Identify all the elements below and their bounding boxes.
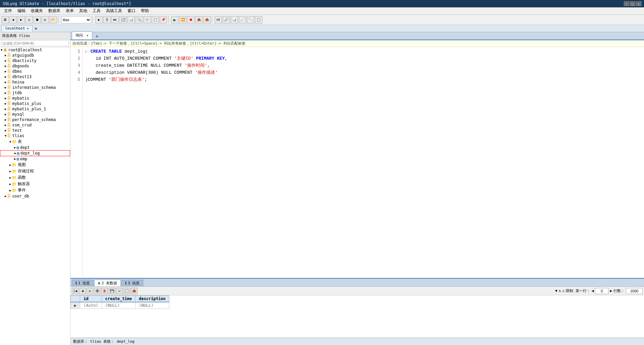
tree-item-dbgoods[interactable]: ▶ 🗄 dbgoods xyxy=(0,63,70,69)
tree-item-dbactivity[interactable]: ▶ 🗄 dbactivity xyxy=(0,58,70,63)
table-cell-create-time[interactable]: (NULL) xyxy=(102,302,135,309)
minimize-button[interactable]: ─ xyxy=(624,1,629,6)
refresh-button[interactable]: ↻ xyxy=(25,16,33,23)
tree-item-tables-folder[interactable]: ▼ 📁 表 xyxy=(0,138,70,145)
menu-help[interactable]: 帮助 xyxy=(138,7,152,14)
tree-item-triggers-folder[interactable]: ▶ 📁 触发器 xyxy=(0,181,70,187)
tb-btn5[interactable]: 📊 xyxy=(127,16,135,23)
tree-item-functions-folder[interactable]: ▶ 📁 函数 xyxy=(0,174,70,181)
filter-input[interactable] xyxy=(1,40,69,46)
result-nav-prev[interactable]: ◀ xyxy=(79,288,86,294)
localhost-tab-close[interactable]: ✕ xyxy=(27,27,29,30)
tree-item-root[interactable]: ▼ 🖥 root@localhost xyxy=(0,47,70,53)
tb-btn2[interactable]: ⟫ xyxy=(103,16,111,23)
menu-advanced[interactable]: 高级工具 xyxy=(103,7,125,14)
tree-item-procedures-folder[interactable]: ▶ 📁 存储过程 xyxy=(0,168,70,174)
table-header-description[interactable]: description xyxy=(136,296,169,302)
tb-query-btn[interactable]: 🔎 xyxy=(223,16,230,23)
result-tab-info3[interactable]: ℹ 3 信息 xyxy=(121,280,143,286)
maximize-button[interactable]: □ xyxy=(630,1,635,6)
tb-btn6[interactable]: 🔍 xyxy=(136,16,143,23)
tb-import-btn[interactable]: 📥 xyxy=(195,16,203,23)
menu-window[interactable]: 窗口 xyxy=(125,7,138,14)
tb-misc3[interactable]: 📉 xyxy=(247,16,254,23)
filter-icon[interactable]: ▼ xyxy=(555,289,557,293)
result-tab-info[interactable]: ℹ 1 信息 xyxy=(72,280,94,286)
tree-item-mybatis-plus[interactable]: ▶ 🗄 mybatis_plus xyxy=(0,101,70,106)
tree-item-dbms[interactable]: ▶ 🗄 dbms xyxy=(0,69,70,74)
query-tab-1[interactable]: 询问 ✕ xyxy=(72,32,92,40)
nav-prev-icon[interactable]: ◀ xyxy=(592,289,594,293)
tree-item-mysql[interactable]: ▶ 🗄 mysql xyxy=(0,112,70,117)
tb-btn1[interactable]: ▶ xyxy=(95,16,103,23)
tree-item-test[interactable]: ▶ 🗄 test xyxy=(0,128,70,133)
table-cell-id[interactable]: (Auto) xyxy=(80,302,102,309)
table-header-id[interactable]: id xyxy=(80,296,102,302)
menu-database[interactable]: 数据库 xyxy=(46,7,63,14)
tb-misc2[interactable]: 📈 xyxy=(239,16,246,23)
tree-item-events-folder[interactable]: ▶ 📁 事件 xyxy=(0,187,70,193)
tree-item-user-db[interactable]: ▶ 🗄 user_db xyxy=(0,193,70,199)
table-cell-description[interactable]: (NULL) xyxy=(136,302,169,309)
result-import-csv[interactable]: 📤 xyxy=(131,288,138,294)
tree-item-ssm-crud[interactable]: ▶ 🗄 ssm_crud xyxy=(0,122,70,128)
tb-btn3[interactable]: ⏭ xyxy=(111,16,119,23)
add-connection-button[interactable]: + xyxy=(33,25,39,32)
code-editor[interactable]: 1 2 3 4 5 ▷ CREATE TABLE dept_log( id IN… xyxy=(70,47,644,278)
new-connection-button[interactable]: 🖥 xyxy=(1,16,9,23)
result-export-csv[interactable]: 📋 xyxy=(123,288,130,294)
execute-button[interactable]: ▶ xyxy=(42,16,49,23)
menu-tools[interactable]: 工具 xyxy=(90,7,103,14)
back-button[interactable]: ◀ xyxy=(9,16,17,23)
tree-item-views-folder[interactable]: ▶ 📁 视图 xyxy=(0,162,70,168)
tree-item-dept-log[interactable]: ▶ ▦ dept_log xyxy=(0,150,70,156)
open-file-button[interactable]: 📂 xyxy=(50,16,57,23)
result-tab-tabledata[interactable]: ⊞ 2 表数据 xyxy=(94,280,121,286)
result-save[interactable]: 💾 xyxy=(109,288,115,294)
menu-table[interactable]: 表单 xyxy=(63,7,76,14)
tb-run-all-btn[interactable]: ⏩ xyxy=(179,16,186,23)
tree-item-emp[interactable]: ▶ ▦ emp xyxy=(0,156,70,162)
tree-item-tlias[interactable]: ▼ 🗄 tlias xyxy=(0,133,70,138)
tb-export-btn[interactable]: 📤 xyxy=(203,16,211,23)
tree-item-information-schema[interactable]: ▶ 🗄 information_schema xyxy=(0,85,70,90)
result-insert-row[interactable]: ➕ xyxy=(94,288,101,294)
table-row[interactable]: ▶ (Auto) (NULL) (NULL) xyxy=(71,302,169,309)
nav-next-icon[interactable]: ▶ xyxy=(610,289,612,293)
tree-item-jtdb[interactable]: ▶ 🗄 jtdb xyxy=(0,90,70,96)
forward-button[interactable]: ▶ xyxy=(17,16,25,23)
menu-file[interactable]: 文件 xyxy=(1,7,15,14)
tree-item-dept[interactable]: ▶ ▦ dept xyxy=(0,145,70,150)
close-button[interactable]: ✕ xyxy=(636,1,641,6)
stop-button[interactable]: ⏹ xyxy=(34,16,41,23)
code-content[interactable]: ▷ CREATE TABLE dept_log( id INT AUTO_INC… xyxy=(85,48,641,277)
tb-schema-btn[interactable]: 🗃 xyxy=(215,16,222,23)
tb-btn9[interactable]: 📌 xyxy=(160,16,167,23)
tb-btn8[interactable]: 📋 xyxy=(152,16,159,23)
refresh-icon[interactable]: ↻ xyxy=(559,289,561,293)
tb-btn7[interactable]: ✂ xyxy=(144,16,151,23)
tree-item-dbtest13[interactable]: ▶ 🗄 dbtest13 xyxy=(0,74,70,79)
menu-favorites[interactable]: 收藏夹 xyxy=(28,7,46,14)
tree-item-mybatis-plus-1[interactable]: ▶ 🗄 mybatis_plus_1 xyxy=(0,106,70,112)
result-discard[interactable]: ↩ xyxy=(116,288,123,294)
tree-item-mybatis[interactable]: ▶ 🗄 mybatis xyxy=(0,96,70,101)
result-delete-row[interactable]: 🗑 xyxy=(101,288,108,294)
localhost-connection-tab[interactable]: localhost ✕ xyxy=(1,25,33,32)
first-row-input[interactable] xyxy=(595,288,608,294)
add-query-tab-button[interactable]: + xyxy=(93,33,101,40)
tb-stop2-btn[interactable]: ⏹ xyxy=(187,16,195,23)
query-tab-1-close[interactable]: ✕ xyxy=(87,34,89,37)
tb-misc1[interactable]: 📊 xyxy=(231,16,238,23)
menu-edit[interactable]: 编辑 xyxy=(15,7,28,14)
database-selector[interactable]: tlias xyxy=(61,16,91,23)
limit-checkbox[interactable]: ☑ xyxy=(562,289,565,293)
tb-btn4[interactable]: 🔄 xyxy=(119,16,127,23)
menu-other[interactable]: 其他 xyxy=(76,7,90,14)
row-count-input[interactable] xyxy=(626,288,643,294)
result-refresh[interactable]: ↻ xyxy=(87,288,93,294)
tree-item-atguigudb[interactable]: ▶ 🗄 atguigudb xyxy=(0,53,70,58)
tb-misc4[interactable]: 📋 xyxy=(255,16,262,23)
result-nav-first[interactable]: |◀ xyxy=(72,288,78,294)
tree-item-performance-schema[interactable]: ▶ 🗄 performance_schema xyxy=(0,117,70,122)
